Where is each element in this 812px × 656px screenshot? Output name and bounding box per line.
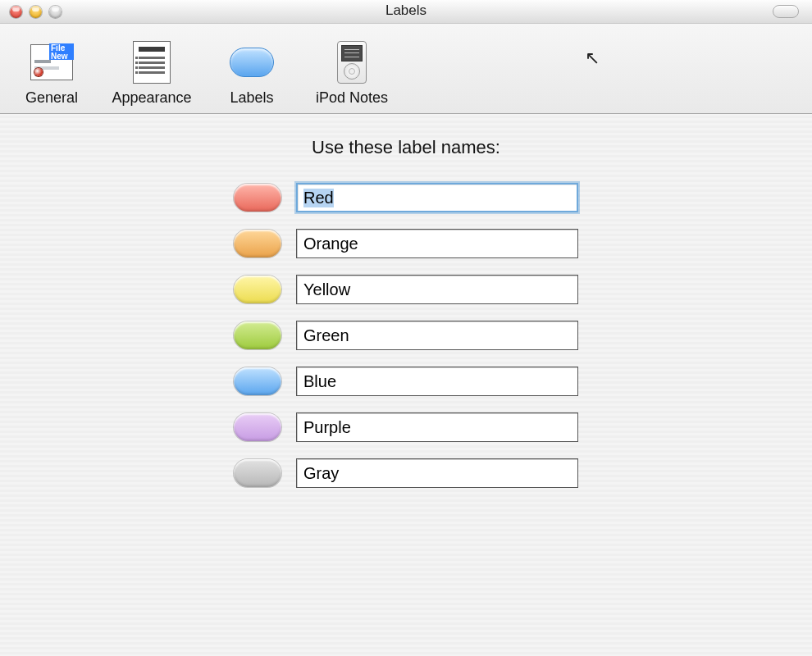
label-row-gray	[234, 458, 578, 488]
color-swatch-purple	[234, 413, 281, 441]
color-swatch-yellow	[234, 276, 281, 303]
label-name-input-gray[interactable]	[296, 458, 578, 488]
minimize-button[interactable]	[30, 6, 42, 18]
close-button[interactable]	[10, 6, 22, 18]
label-row-purple	[234, 412, 578, 442]
toolbar-item-label: iPod Notes	[316, 89, 388, 107]
toolbar-item-ipod-notes[interactable]: iPod Notes	[307, 40, 397, 113]
labels-icon	[230, 40, 274, 84]
general-icon: FileNew	[30, 40, 74, 84]
toolbar: FileNew General Appearance Labels	[0, 24, 812, 114]
color-swatch-blue	[234, 367, 281, 395]
color-swatch-red	[234, 184, 281, 212]
label-row-red	[234, 183, 578, 212]
label-row-green	[234, 321, 578, 350]
traffic-lights	[0, 6, 62, 18]
label-row-orange	[234, 229, 578, 258]
toolbar-item-label: Appearance	[112, 89, 191, 107]
label-row-yellow	[234, 275, 578, 304]
toolbar-item-general[interactable]: FileNew General	[7, 40, 97, 113]
color-swatch-gray	[234, 459, 281, 487]
label-name-input-purple[interactable]	[296, 412, 578, 442]
toolbar-item-label: Labels	[230, 89, 273, 107]
label-name-input-orange[interactable]	[296, 229, 578, 258]
zoom-button[interactable]	[49, 6, 62, 18]
color-swatch-green	[234, 321, 281, 349]
label-row-blue	[234, 367, 578, 396]
toolbar-item-appearance[interactable]: Appearance	[107, 40, 197, 113]
appearance-icon	[130, 40, 174, 84]
toolbar-item-label: General	[25, 89, 78, 107]
ipod-icon	[330, 40, 374, 84]
preferences-window: Labels FileNew General Appearance	[0, 0, 812, 656]
label-name-input-red[interactable]	[296, 183, 578, 212]
label-name-input-green[interactable]	[296, 321, 578, 350]
labels-form	[234, 183, 578, 488]
toolbar-toggle-button[interactable]	[773, 5, 799, 18]
titlebar[interactable]: Labels	[0, 0, 812, 24]
toolbar-item-labels[interactable]: Labels	[207, 40, 297, 113]
label-name-input-yellow[interactable]	[296, 275, 578, 304]
label-name-input-blue[interactable]	[296, 367, 578, 396]
window-title: Labels	[0, 2, 812, 19]
color-swatch-orange	[234, 230, 281, 257]
section-heading: Use these label names:	[0, 137, 812, 158]
content-area: Use these label names:	[0, 114, 812, 488]
